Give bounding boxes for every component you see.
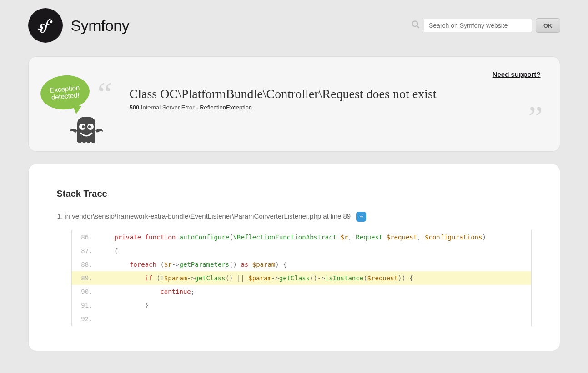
code-snippet: 86. private function autoConfigure(\Refl… bbox=[71, 230, 532, 326]
exception-class-link[interactable]: ReflectionException bbox=[200, 104, 252, 111]
quote-open-icon: “ bbox=[98, 86, 112, 102]
stack-trace-panel: Stack Trace in vendor\sensio\framework-e… bbox=[28, 164, 560, 351]
search-icon bbox=[411, 20, 420, 31]
stack-trace-item: in vendor\sensio\framework-extra-bundle\… bbox=[65, 212, 532, 326]
search-area: OK bbox=[411, 18, 560, 33]
line-number: 90. bbox=[72, 285, 99, 298]
line-number: 91. bbox=[72, 298, 99, 312]
line-content: continue; bbox=[99, 285, 531, 298]
exception-bubble: Exception detected! bbox=[39, 73, 90, 111]
logo-block[interactable]: Symfony bbox=[28, 8, 130, 43]
page-header: Symfony OK bbox=[28, 8, 560, 43]
code-line: 91. } bbox=[72, 298, 531, 312]
stack-trace-title: Stack Trace bbox=[57, 189, 532, 199]
exception-panel: Need support? Exception detected! bbox=[28, 56, 560, 152]
stack-trace-list: in vendor\sensio\framework-extra-bundle\… bbox=[57, 212, 532, 326]
http-code: 500 bbox=[130, 104, 140, 111]
line-content: { bbox=[99, 244, 531, 258]
code-line: 89. if (!$param->getClass() || $param->g… bbox=[72, 271, 531, 285]
line-content: foreach ($r->getParameters() as $param) … bbox=[99, 258, 531, 271]
brand-text: Symfony bbox=[71, 17, 130, 35]
line-number: 92. bbox=[72, 312, 99, 326]
trace-at-line: at line 89 bbox=[321, 212, 351, 220]
exception-title: Class OC\PlatformBundle\Controller\Reque… bbox=[130, 87, 541, 101]
http-status: Internal Server Error bbox=[141, 104, 195, 111]
quote-close-icon: ” bbox=[528, 109, 543, 126]
line-number: 88. bbox=[72, 258, 99, 271]
line-content: } bbox=[99, 298, 531, 312]
svg-point-5 bbox=[88, 125, 91, 128]
code-line: 87. { bbox=[72, 244, 531, 258]
line-content bbox=[99, 312, 531, 326]
svg-point-0 bbox=[412, 21, 418, 27]
line-number: 89. bbox=[72, 271, 99, 285]
code-line: 88. foreach ($r->getParameters() as $par… bbox=[72, 258, 531, 271]
trace-in-label: in bbox=[65, 212, 70, 220]
line-number: 86. bbox=[72, 230, 99, 244]
trace-path-link[interactable]: vendor bbox=[72, 212, 93, 220]
code-line: 90. continue; bbox=[72, 285, 531, 298]
line-content: private function autoConfigure(\Reflecti… bbox=[99, 230, 531, 244]
exception-subtitle: 500 Internal Server Error - ReflectionEx… bbox=[130, 104, 541, 111]
exception-message-block: “ Class OC\PlatformBundle\Controller\Req… bbox=[130, 73, 541, 111]
symfony-logo-icon bbox=[28, 8, 63, 43]
line-content: if (!$param->getClass() || $param->getCl… bbox=[99, 271, 531, 285]
svg-line-1 bbox=[417, 26, 419, 28]
ghost-icon bbox=[66, 117, 107, 150]
line-number: 87. bbox=[72, 244, 99, 258]
trace-path-rest: \sensio\framework-extra-bundle\EventList… bbox=[93, 212, 321, 220]
code-line: 86. private function autoConfigure(\Refl… bbox=[72, 230, 531, 244]
collapse-toggle-button[interactable]: − bbox=[356, 212, 366, 222]
svg-point-4 bbox=[82, 125, 85, 128]
code-line: 92. bbox=[72, 312, 531, 326]
search-submit-button[interactable]: OK bbox=[536, 18, 560, 33]
search-input[interactable] bbox=[424, 19, 532, 32]
